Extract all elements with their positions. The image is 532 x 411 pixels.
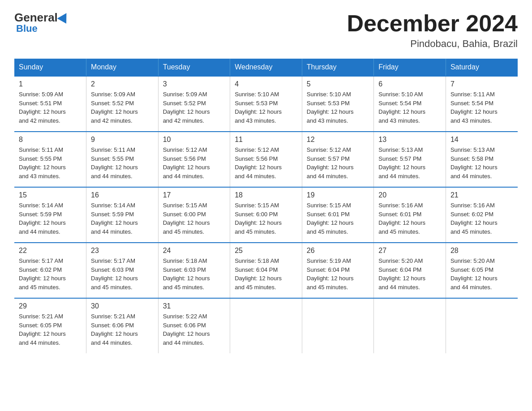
day-number: 26	[307, 247, 369, 255]
day-number: 4	[235, 80, 297, 88]
logo-arrow-icon	[57, 13, 71, 26]
calendar-cell: 16Sunrise: 5:14 AMSunset: 5:59 PMDayligh…	[86, 187, 159, 243]
day-number: 5	[307, 80, 369, 88]
day-number: 6	[378, 80, 441, 88]
day-info: Sunrise: 5:17 AMSunset: 6:02 PMDaylight:…	[19, 257, 82, 291]
day-info: Sunrise: 5:15 AMSunset: 6:01 PMDaylight:…	[307, 201, 369, 236]
day-number: 23	[91, 247, 154, 255]
calendar-cell: 10Sunrise: 5:12 AMSunset: 5:56 PMDayligh…	[158, 132, 230, 187]
day-number: 11	[235, 136, 297, 144]
weekday-header-friday: Friday	[374, 59, 446, 76]
day-info: Sunrise: 5:21 AMSunset: 6:06 PMDaylight:…	[91, 312, 154, 347]
day-info: Sunrise: 5:11 AMSunset: 5:55 PMDaylight:…	[91, 146, 154, 180]
calendar-cell: 17Sunrise: 5:15 AMSunset: 6:00 PMDayligh…	[158, 187, 230, 243]
calendar-cell: 8Sunrise: 5:11 AMSunset: 5:55 PMDaylight…	[14, 132, 86, 187]
calendar-week-row: 29Sunrise: 5:21 AMSunset: 6:05 PMDayligh…	[14, 298, 518, 353]
calendar-week-row: 15Sunrise: 5:14 AMSunset: 5:59 PMDayligh…	[14, 187, 518, 243]
page-header: General Blue December 2024 Pindobacu, Ba…	[14, 11, 518, 50]
day-number: 20	[378, 191, 441, 199]
day-number: 12	[307, 136, 369, 144]
day-number: 19	[307, 191, 369, 199]
calendar-cell: 23Sunrise: 5:17 AMSunset: 6:03 PMDayligh…	[86, 243, 159, 298]
day-number: 29	[19, 302, 82, 310]
page-subtitle: Pindobacu, Bahia, Brazil	[347, 38, 518, 50]
weekday-header-wednesday: Wednesday	[230, 59, 302, 76]
day-number: 28	[450, 247, 513, 255]
calendar-week-row: 22Sunrise: 5:17 AMSunset: 6:02 PMDayligh…	[14, 243, 518, 298]
day-number: 10	[163, 136, 226, 144]
calendar-cell: 22Sunrise: 5:17 AMSunset: 6:02 PMDayligh…	[14, 243, 86, 298]
calendar-header-row: SundayMondayTuesdayWednesdayThursdayFrid…	[14, 59, 518, 76]
day-number: 9	[91, 136, 154, 144]
day-number: 18	[235, 191, 297, 199]
calendar-cell: 20Sunrise: 5:16 AMSunset: 6:01 PMDayligh…	[374, 187, 446, 243]
day-info: Sunrise: 5:12 AMSunset: 5:56 PMDaylight:…	[163, 146, 226, 180]
weekday-header-saturday: Saturday	[446, 59, 518, 76]
calendar-cell: 31Sunrise: 5:22 AMSunset: 6:06 PMDayligh…	[158, 298, 230, 353]
day-info: Sunrise: 5:11 AMSunset: 5:54 PMDaylight:…	[450, 90, 513, 125]
day-info: Sunrise: 5:18 AMSunset: 6:03 PMDaylight:…	[163, 257, 226, 291]
day-info: Sunrise: 5:11 AMSunset: 5:55 PMDaylight:…	[19, 146, 82, 180]
calendar-week-row: 1Sunrise: 5:09 AMSunset: 5:51 PMDaylight…	[14, 76, 518, 132]
calendar-cell: 4Sunrise: 5:10 AMSunset: 5:53 PMDaylight…	[230, 76, 302, 132]
day-number: 17	[163, 191, 226, 199]
day-info: Sunrise: 5:14 AMSunset: 5:59 PMDaylight:…	[91, 201, 154, 236]
calendar-cell: 29Sunrise: 5:21 AMSunset: 6:05 PMDayligh…	[14, 298, 86, 353]
calendar-cell: 18Sunrise: 5:15 AMSunset: 6:00 PMDayligh…	[230, 187, 302, 243]
day-number: 14	[450, 136, 513, 144]
calendar-cell: 21Sunrise: 5:16 AMSunset: 6:02 PMDayligh…	[446, 187, 518, 243]
weekday-header-thursday: Thursday	[302, 59, 374, 76]
weekday-header-sunday: Sunday	[14, 59, 86, 76]
day-info: Sunrise: 5:10 AMSunset: 5:53 PMDaylight:…	[307, 90, 369, 125]
calendar-cell	[374, 298, 446, 353]
calendar-cell: 6Sunrise: 5:10 AMSunset: 5:54 PMDaylight…	[374, 76, 446, 132]
calendar-table: SundayMondayTuesdayWednesdayThursdayFrid…	[14, 59, 518, 353]
calendar-cell: 15Sunrise: 5:14 AMSunset: 5:59 PMDayligh…	[14, 187, 86, 243]
day-info: Sunrise: 5:09 AMSunset: 5:52 PMDaylight:…	[163, 90, 226, 125]
page-title: December 2024	[347, 11, 518, 36]
calendar-cell: 27Sunrise: 5:20 AMSunset: 6:04 PMDayligh…	[374, 243, 446, 298]
calendar-cell: 13Sunrise: 5:13 AMSunset: 5:57 PMDayligh…	[374, 132, 446, 187]
calendar-cell: 19Sunrise: 5:15 AMSunset: 6:01 PMDayligh…	[302, 187, 374, 243]
calendar-cell: 28Sunrise: 5:20 AMSunset: 6:05 PMDayligh…	[446, 243, 518, 298]
day-number: 25	[235, 247, 297, 255]
day-number: 30	[91, 302, 154, 310]
calendar-cell: 3Sunrise: 5:09 AMSunset: 5:52 PMDaylight…	[158, 76, 230, 132]
day-number: 1	[19, 80, 82, 88]
title-block: December 2024 Pindobacu, Bahia, Brazil	[347, 11, 518, 50]
day-info: Sunrise: 5:18 AMSunset: 6:04 PMDaylight:…	[235, 257, 297, 291]
calendar-cell: 14Sunrise: 5:13 AMSunset: 5:58 PMDayligh…	[446, 132, 518, 187]
day-info: Sunrise: 5:20 AMSunset: 6:04 PMDaylight:…	[378, 257, 441, 291]
calendar-cell: 2Sunrise: 5:09 AMSunset: 5:52 PMDaylight…	[86, 76, 159, 132]
day-info: Sunrise: 5:09 AMSunset: 5:51 PMDaylight:…	[19, 90, 82, 125]
day-info: Sunrise: 5:13 AMSunset: 5:58 PMDaylight:…	[450, 146, 513, 180]
day-number: 3	[163, 80, 226, 88]
day-number: 27	[378, 247, 441, 255]
day-info: Sunrise: 5:10 AMSunset: 5:53 PMDaylight:…	[235, 90, 297, 125]
day-info: Sunrise: 5:15 AMSunset: 6:00 PMDaylight:…	[163, 201, 226, 236]
day-info: Sunrise: 5:20 AMSunset: 6:05 PMDaylight:…	[450, 257, 513, 291]
day-number: 16	[91, 191, 154, 199]
day-number: 2	[91, 80, 154, 88]
calendar-cell: 11Sunrise: 5:12 AMSunset: 5:56 PMDayligh…	[230, 132, 302, 187]
calendar-cell	[230, 298, 302, 353]
day-info: Sunrise: 5:17 AMSunset: 6:03 PMDaylight:…	[91, 257, 154, 291]
calendar-cell	[446, 298, 518, 353]
day-info: Sunrise: 5:09 AMSunset: 5:52 PMDaylight:…	[91, 90, 154, 125]
calendar-cell: 24Sunrise: 5:18 AMSunset: 6:03 PMDayligh…	[158, 243, 230, 298]
calendar-cell	[302, 298, 374, 353]
day-info: Sunrise: 5:13 AMSunset: 5:57 PMDaylight:…	[378, 146, 441, 180]
logo-blue-text: Blue	[16, 23, 38, 34]
calendar-cell: 7Sunrise: 5:11 AMSunset: 5:54 PMDaylight…	[446, 76, 518, 132]
weekday-header-tuesday: Tuesday	[158, 59, 230, 76]
calendar-cell: 30Sunrise: 5:21 AMSunset: 6:06 PMDayligh…	[86, 298, 159, 353]
logo: General Blue	[14, 11, 70, 34]
day-info: Sunrise: 5:19 AMSunset: 6:04 PMDaylight:…	[307, 257, 369, 291]
day-info: Sunrise: 5:10 AMSunset: 5:54 PMDaylight:…	[378, 90, 441, 125]
day-info: Sunrise: 5:16 AMSunset: 6:02 PMDaylight:…	[450, 201, 513, 236]
day-number: 24	[163, 247, 226, 255]
calendar-cell: 26Sunrise: 5:19 AMSunset: 6:04 PMDayligh…	[302, 243, 374, 298]
day-number: 7	[450, 80, 513, 88]
calendar-cell: 5Sunrise: 5:10 AMSunset: 5:53 PMDaylight…	[302, 76, 374, 132]
day-info: Sunrise: 5:15 AMSunset: 6:00 PMDaylight:…	[235, 201, 297, 236]
